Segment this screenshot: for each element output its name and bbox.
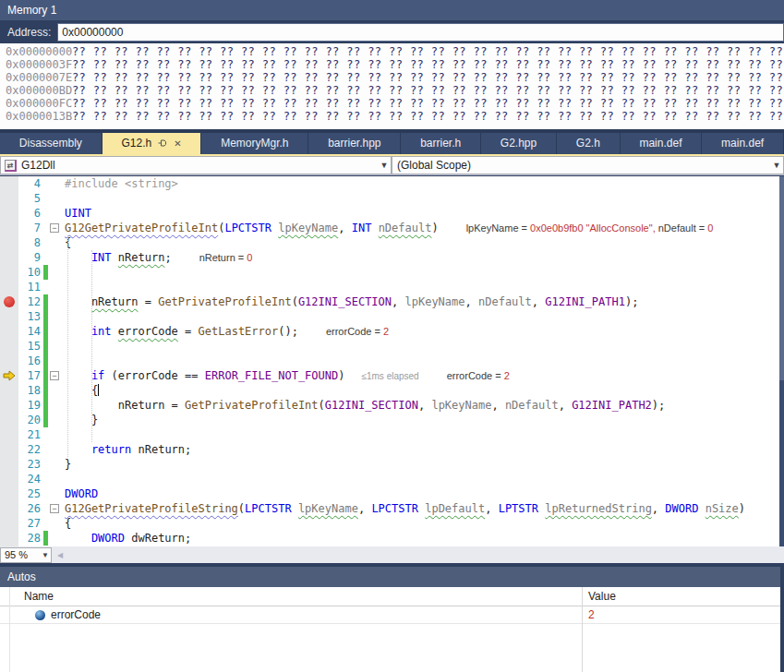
- tab-main-def[interactable]: main.def: [702, 133, 784, 154]
- outlining-margin[interactable]: [48, 457, 62, 472]
- code-line[interactable]: 12nReturn = GetPrivateProfileInt(G12INI_…: [0, 294, 784, 309]
- code-line[interactable]: 6UINT: [0, 206, 784, 221]
- code-line[interactable]: 15: [0, 339, 784, 354]
- perf-tip[interactable]: ≤1ms elapsed: [361, 371, 418, 381]
- scroll-left-arrow-icon[interactable]: ◀: [52, 551, 63, 559]
- outlining-margin[interactable]: [48, 250, 62, 265]
- outlining-margin[interactable]: −: [48, 501, 62, 516]
- line-indicator-margin[interactable]: [0, 280, 18, 294]
- line-indicator-margin[interactable]: [0, 413, 18, 427]
- autos-column-name[interactable]: Name: [0, 590, 582, 603]
- zoom-level-dropdown[interactable]: 95 % ▼: [0, 547, 52, 563]
- code-line[interactable]: 8{: [0, 235, 784, 250]
- outlining-margin[interactable]: [48, 191, 62, 206]
- code-line[interactable]: 13: [0, 309, 784, 324]
- code-line[interactable]: 21: [0, 427, 784, 442]
- outlining-margin[interactable]: [48, 531, 62, 546]
- autos-variable-row[interactable]: errorCode2: [0, 606, 780, 624]
- outlining-margin[interactable]: [48, 354, 62, 368]
- line-indicator-margin[interactable]: [0, 457, 18, 472]
- outlining-margin[interactable]: [48, 206, 62, 221]
- code-editor[interactable]: 4#include <string>56UINT7−G12GetPrivateP…: [0, 176, 784, 546]
- line-indicator-margin[interactable]: [0, 339, 18, 354]
- tab-g2-hpp[interactable]: G2.hpp: [481, 133, 557, 154]
- collapse-region-icon[interactable]: −: [50, 223, 59, 233]
- debug-value-tip[interactable]: errorCode = 2: [326, 326, 389, 337]
- line-indicator-margin[interactable]: [0, 191, 18, 206]
- code-line[interactable]: 19nReturn = GetPrivateProfileInt(G12INI_…: [0, 398, 784, 413]
- memory-dump-grid[interactable]: 0x00000000?? ?? ?? ?? ?? ?? ?? ?? ?? ?? …: [0, 43, 784, 129]
- outlining-margin[interactable]: [48, 235, 62, 250]
- outlining-margin[interactable]: −: [48, 368, 62, 383]
- line-indicator-margin[interactable]: [0, 383, 18, 398]
- tab-memorymgr-h[interactable]: MemoryMgr.h: [201, 133, 308, 154]
- memory-row[interactable]: 0x0000013B?? ?? ?? ?? ?? ?? ?? ?? ?? ?? …: [0, 110, 784, 123]
- line-indicator-margin[interactable]: [0, 501, 18, 516]
- line-indicator-margin[interactable]: [0, 235, 18, 250]
- tab-disassembly[interactable]: Disassembly: [0, 133, 103, 154]
- debug-value-tip[interactable]: errorCode = 2: [447, 370, 510, 381]
- outlining-margin[interactable]: [48, 309, 62, 324]
- line-indicator-margin[interactable]: [0, 472, 18, 486]
- outlining-margin[interactable]: [48, 427, 62, 442]
- outlining-margin[interactable]: [48, 486, 62, 501]
- line-indicator-margin[interactable]: [0, 250, 18, 265]
- code-line[interactable]: 25DWORD: [0, 486, 784, 501]
- editor-horizontal-scrollbar[interactable]: ◀: [52, 547, 784, 563]
- project-dropdown[interactable]: ⇄ G12Dll ▼: [0, 156, 392, 174]
- code-line[interactable]: 7−G12GetPrivateProfileInt(LPCTSTR lpKeyN…: [0, 221, 784, 235]
- outlining-margin[interactable]: [48, 472, 62, 486]
- code-line[interactable]: 14int errorCode = GetLastError();errorCo…: [0, 324, 784, 339]
- line-indicator-margin[interactable]: [0, 176, 18, 191]
- collapse-region-icon[interactable]: −: [50, 371, 59, 380]
- close-icon[interactable]: ✕: [174, 139, 181, 149]
- line-indicator-margin[interactable]: [0, 531, 18, 546]
- code-line[interactable]: 4#include <string>: [0, 176, 784, 191]
- outlining-margin[interactable]: [48, 442, 62, 457]
- line-indicator-margin[interactable]: [0, 221, 18, 235]
- outlining-margin[interactable]: [48, 516, 62, 531]
- outlining-margin[interactable]: [48, 176, 62, 191]
- tab-main-def[interactable]: main.def: [621, 133, 703, 154]
- code-line[interactable]: 28DWORD dwReturn;: [0, 531, 784, 546]
- code-line[interactable]: 17−if (errorCode == ERROR_FILE_NOT_FOUND…: [0, 368, 784, 383]
- memory-row[interactable]: 0x00000000?? ?? ?? ?? ?? ?? ?? ?? ?? ?? …: [0, 45, 784, 58]
- editor-vertical-scrollbar[interactable]: [779, 176, 784, 546]
- line-indicator-margin[interactable]: [0, 294, 18, 309]
- code-line[interactable]: 16: [0, 354, 784, 368]
- code-line[interactable]: 26−G12GetPrivateProfileString(LPCTSTR lp…: [0, 501, 784, 516]
- line-indicator-margin[interactable]: [0, 206, 18, 221]
- line-indicator-margin[interactable]: [0, 309, 18, 324]
- line-indicator-margin[interactable]: [0, 324, 18, 339]
- outlining-margin[interactable]: [48, 294, 62, 309]
- line-indicator-margin[interactable]: [0, 398, 18, 413]
- outlining-margin[interactable]: [48, 398, 62, 413]
- line-indicator-margin[interactable]: [0, 368, 18, 383]
- line-indicator-margin[interactable]: [0, 427, 18, 442]
- scope-dropdown[interactable]: (Global Scope) ▼: [392, 156, 784, 174]
- autos-column-divider[interactable]: [582, 587, 583, 672]
- tab-g2-h[interactable]: G2.h: [557, 133, 621, 154]
- line-indicator-margin[interactable]: [0, 354, 18, 368]
- code-line[interactable]: 5: [0, 191, 784, 206]
- memory-address-input[interactable]: 0x00000000: [57, 23, 784, 42]
- outlining-margin[interactable]: [48, 413, 62, 427]
- code-line[interactable]: 9INT nReturn;nReturn = 0: [0, 250, 784, 265]
- line-indicator-margin[interactable]: [0, 516, 18, 531]
- outlining-margin[interactable]: [48, 339, 62, 354]
- breakpoint-icon[interactable]: [4, 296, 15, 307]
- line-indicator-margin[interactable]: [0, 265, 18, 280]
- tab-barrier-h[interactable]: barrier.h: [401, 133, 481, 154]
- memory-row[interactable]: 0x0000003F?? ?? ?? ?? ?? ?? ?? ?? ?? ?? …: [0, 58, 784, 71]
- tab-g12-h[interactable]: G12.h✕: [103, 133, 202, 154]
- outlining-margin[interactable]: −: [48, 221, 62, 235]
- line-indicator-margin[interactable]: [0, 486, 18, 501]
- debug-value-tip[interactable]: nReturn = 0: [199, 252, 253, 263]
- memory-row[interactable]: 0x000000FC?? ?? ?? ?? ?? ?? ?? ?? ?? ?? …: [0, 97, 784, 110]
- outlining-margin[interactable]: [48, 383, 62, 398]
- code-line[interactable]: 20}: [0, 413, 784, 427]
- code-line[interactable]: 18{: [0, 383, 784, 398]
- outlining-margin[interactable]: [48, 280, 62, 294]
- line-indicator-margin[interactable]: [0, 442, 18, 457]
- code-line[interactable]: 22return nReturn;: [0, 442, 784, 457]
